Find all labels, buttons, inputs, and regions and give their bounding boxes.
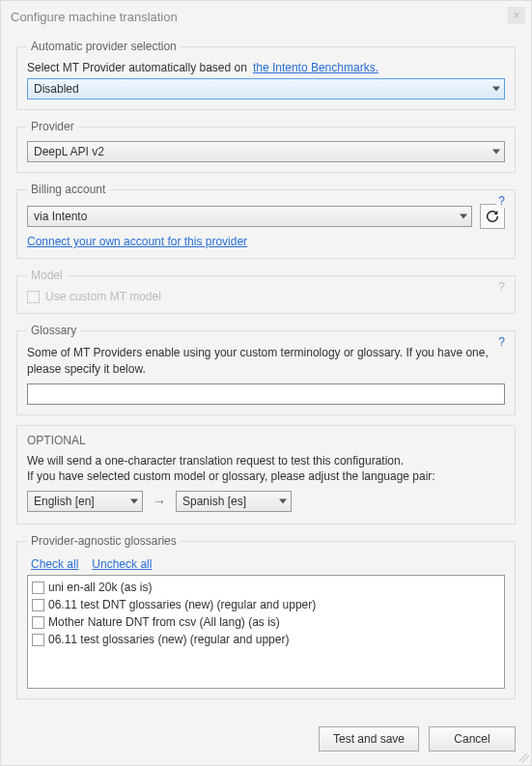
cancel-button[interactable]: Cancel	[429, 726, 516, 752]
glossary-desc: Some of MT Providers enable using your c…	[27, 345, 505, 378]
billing-selected: via Intento	[34, 210, 87, 223]
legend-glossary: Glossary	[27, 324, 80, 337]
resize-grip[interactable]	[519, 753, 529, 763]
glossary-listbox[interactable]: uni en-all 20k (as is) 06.11 test DNT gl…	[27, 575, 505, 689]
glossary-item-label: 06.11 test DNT glossaries (new) (regular…	[48, 598, 316, 611]
uncheck-all-link[interactable]: Uncheck all	[92, 557, 152, 571]
test-and-save-label: Test and save	[333, 732, 405, 746]
titlebar: Configure machine translation ×	[1, 1, 531, 32]
list-item[interactable]: Mother Nature DNT from csv (All lang) (a…	[32, 613, 500, 631]
glossary-item-label: 06.11 test glossaries (new) (regular and…	[48, 633, 289, 646]
list-item[interactable]: uni en-all 20k (as is)	[32, 579, 500, 596]
legend-model: Model	[27, 269, 67, 282]
list-item[interactable]: 06.11 test glossaries (new) (regular and…	[32, 631, 500, 648]
auto-provider-select[interactable]: Disabled	[27, 78, 505, 99]
provider-selected: DeepL API v2	[34, 145, 104, 158]
window-title: Configure machine translation	[11, 10, 178, 24]
legend-auto-provider: Automatic provider selection	[27, 40, 181, 53]
target-lang-select[interactable]: Spanish [es]	[176, 491, 292, 512]
group-billing: Billing account ? via Intento Connect yo…	[16, 183, 516, 259]
glossary-item-checkbox[interactable]	[32, 599, 44, 611]
chevron-down-icon	[492, 87, 500, 92]
custom-model-checkbox	[27, 291, 40, 303]
legend-provider: Provider	[27, 120, 78, 133]
source-lang-selected: English [en]	[34, 495, 95, 508]
list-item[interactable]: 06.11 test DNT glossaries (new) (regular…	[32, 596, 500, 613]
group-provider: Provider DeepL API v2	[16, 120, 516, 173]
check-all-link[interactable]: Check all	[31, 557, 78, 571]
optional-line2: If you have selected custom model or glo…	[27, 468, 505, 485]
dialog-window: Configure machine translation × Automati…	[0, 0, 532, 766]
legend-pa-glossaries: Provider-agnostic glossaries	[27, 534, 181, 548]
billing-select[interactable]: via Intento	[27, 206, 472, 227]
auto-provider-label: Select MT Provider automatically based o…	[27, 61, 247, 74]
refresh-icon	[485, 209, 500, 224]
auto-provider-selected: Disabled	[34, 82, 79, 96]
custom-model-checkbox-row: Use custom MT model	[27, 290, 505, 303]
group-model: Model ? Use custom MT model	[16, 269, 516, 314]
close-button[interactable]: ×	[508, 7, 525, 24]
chevron-down-icon	[130, 499, 138, 504]
glossary-item-checkbox[interactable]	[32, 582, 44, 594]
help-icon[interactable]: ?	[496, 194, 507, 208]
optional-header: OPTIONAL	[27, 434, 505, 447]
cancel-label: Cancel	[454, 732, 490, 746]
legend-billing: Billing account	[27, 183, 109, 196]
target-lang-selected: Spanish [es]	[182, 495, 246, 508]
test-and-save-button[interactable]: Test and save	[319, 726, 419, 752]
group-optional: OPTIONAL We will send a one-character tr…	[16, 425, 516, 525]
chevron-down-icon	[279, 499, 287, 504]
glossary-item-label: Mother Nature DNT from csv (All lang) (a…	[48, 615, 280, 629]
glossary-item-checkbox[interactable]	[32, 616, 44, 629]
group-auto-provider: Automatic provider selection Select MT P…	[16, 40, 516, 110]
glossary-item-label: uni en-all 20k (as is)	[48, 581, 152, 594]
optional-line1: We will send a one-character translation…	[27, 453, 505, 469]
source-lang-select[interactable]: English [en]	[27, 491, 143, 512]
glossary-item-checkbox[interactable]	[32, 634, 44, 646]
auto-provider-label-row: Select MT Provider automatically based o…	[27, 61, 505, 74]
chevron-down-icon	[460, 214, 467, 219]
lang-pair-row: English [en] → Spanish [es]	[27, 491, 505, 512]
group-glossary: Glossary ? Some of MT Providers enable u…	[16, 324, 516, 415]
help-icon: ?	[496, 280, 507, 294]
button-bar: Test and save Cancel	[1, 717, 531, 765]
chevron-down-icon	[492, 150, 500, 155]
group-pa-glossaries: Provider-agnostic glossaries Check all U…	[16, 534, 516, 699]
help-icon[interactable]: ?	[496, 335, 507, 349]
benchmarks-link[interactable]: the Intento Benchmarks.	[253, 61, 378, 74]
dialog-content: Automatic provider selection Select MT P…	[1, 32, 531, 717]
glossary-input[interactable]	[27, 383, 505, 405]
custom-model-label: Use custom MT model	[45, 290, 161, 303]
arrow-right-icon: →	[149, 494, 170, 509]
provider-select[interactable]: DeepL API v2	[27, 141, 505, 162]
connect-account-link[interactable]: Connect your own account for this provid…	[27, 235, 247, 248]
